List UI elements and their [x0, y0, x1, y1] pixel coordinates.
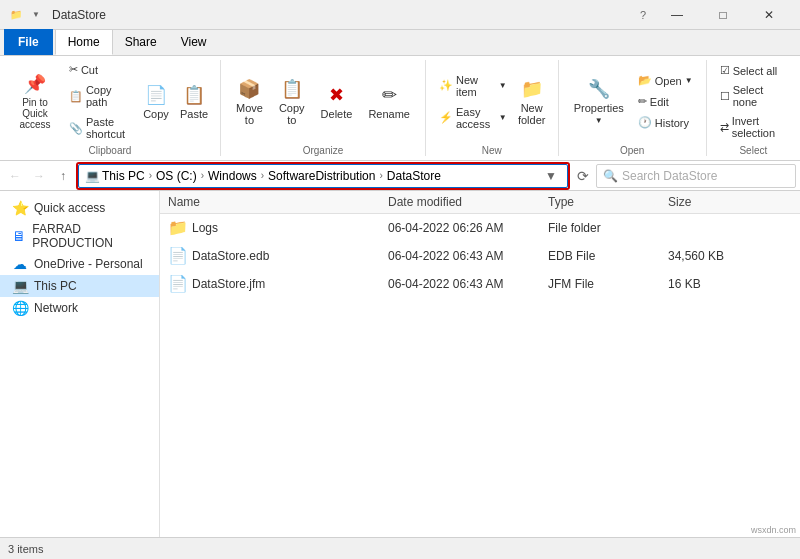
title-bar-title: DataStore	[52, 8, 640, 22]
col-header-date[interactable]: Date modified	[380, 193, 540, 211]
new-buttons: ✨ New item ▼ ⚡ Easy access ▼ 📁 New folde…	[434, 60, 550, 143]
file-size-jfm: 16 KB	[660, 276, 760, 292]
ribbon: 📌 Pin to Quick access ✂ Cut 📋 Copy path …	[0, 56, 800, 161]
address-path[interactable]: 💻 This PC › OS (C:) › Windows › Software…	[78, 164, 568, 188]
select-all-icon: ☑	[720, 64, 730, 77]
copy-paste-column: ✂ Cut 📋 Copy path 📎 Paste shortcut	[64, 60, 136, 143]
properties-icon: 🔧	[588, 78, 610, 100]
sidebar-item-onedrive[interactable]: ☁ OneDrive - Personal	[0, 253, 159, 275]
paste-button[interactable]: 📋 Paste	[176, 79, 212, 125]
tab-share[interactable]: Share	[113, 29, 169, 55]
search-placeholder: Search DataStore	[622, 169, 717, 183]
new-item-dropdown-icon[interactable]: ▼	[499, 81, 507, 90]
invert-selection-icon: ⇄	[720, 121, 729, 134]
maximize-button[interactable]: □	[700, 0, 746, 30]
search-box[interactable]: 🔍 Search DataStore	[596, 164, 796, 188]
close-button[interactable]: ✕	[746, 0, 792, 30]
jfm-icon: 📄	[168, 274, 188, 293]
minimize-button[interactable]: —	[654, 0, 700, 30]
file-row-datastore-edb[interactable]: 📄 DataStore.edb 06-04-2022 06:43 AM EDB …	[160, 242, 800, 270]
open-label: Open	[567, 143, 698, 156]
pin-to-quick-access-button[interactable]: 📌 Pin to Quick access	[8, 68, 62, 135]
tab-view[interactable]: View	[169, 29, 219, 55]
path-software-distribution[interactable]: SoftwareDistribution	[268, 169, 375, 183]
file-list: Name Date modified Type Size 📁 Logs 06-0…	[160, 191, 800, 559]
farrad-icon: 🖥	[12, 228, 26, 244]
forward-button[interactable]: →	[28, 165, 50, 187]
file-row-logs[interactable]: 📁 Logs 06-04-2022 06:26 AM File folder	[160, 214, 800, 242]
copy-button[interactable]: 📄 Copy	[138, 79, 174, 125]
edit-button[interactable]: ✏ Edit	[633, 92, 698, 111]
onedrive-icon: ☁	[12, 256, 28, 272]
invert-selection-button[interactable]: ⇄ Invert selection	[715, 112, 792, 142]
quick-access-down-icon[interactable]: ▼	[28, 7, 44, 23]
ribbon-group-clipboard: 📌 Pin to Quick access ✂ Cut 📋 Copy path …	[0, 60, 221, 156]
cut-icon: ✂	[69, 63, 78, 76]
properties-dropdown-icon[interactable]: ▼	[595, 116, 603, 125]
search-icon: 🔍	[603, 169, 618, 183]
move-icon: 📦	[238, 78, 260, 100]
copy-path-button[interactable]: 📋 Copy path	[64, 81, 136, 111]
file-date-jfm: 06-04-2022 06:43 AM	[380, 276, 540, 292]
col-header-type[interactable]: Type	[540, 193, 660, 211]
file-size-logs	[660, 227, 760, 229]
history-button[interactable]: 🕐 History	[633, 113, 698, 132]
sidebar-item-farrad[interactable]: 🖥 FARRAD PRODUCTION	[0, 219, 159, 253]
paste-icon: 📋	[183, 84, 205, 106]
path-dropdown-arrow[interactable]: ▼	[541, 169, 561, 183]
help-btn[interactable]: ?	[640, 9, 646, 21]
path-datastore[interactable]: DataStore	[387, 169, 441, 183]
cut-button[interactable]: ✂ Cut	[64, 60, 136, 79]
easy-access-icon: ⚡	[439, 111, 453, 124]
rename-icon: ✏	[382, 84, 397, 106]
folder-icon: 📁	[168, 218, 188, 237]
pin-icon: 📌	[24, 73, 46, 95]
open-icon: 📂	[638, 74, 652, 87]
main-content: ⭐ Quick access 🖥 FARRAD PRODUCTION ☁ One…	[0, 191, 800, 559]
path-chevron-1: ›	[149, 170, 152, 181]
file-row-datastore-jfm[interactable]: 📄 DataStore.jfm 06-04-2022 06:43 AM JFM …	[160, 270, 800, 298]
move-to-button[interactable]: 📦 Move to	[229, 73, 270, 131]
edb-icon: 📄	[168, 246, 188, 265]
path-os-c[interactable]: OS (C:)	[156, 169, 197, 183]
select-none-icon: ☐	[720, 90, 730, 103]
new-item-icon: ✨	[439, 79, 453, 92]
back-button[interactable]: ←	[4, 165, 26, 187]
history-icon: 🕐	[638, 116, 652, 129]
open-dropdown-icon[interactable]: ▼	[685, 76, 693, 85]
status-bar: 3 items	[0, 537, 800, 559]
tab-file[interactable]: File	[4, 29, 53, 55]
rename-button[interactable]: ✏ Rename	[361, 79, 417, 125]
paste-shortcut-button[interactable]: 📎 Paste shortcut	[64, 113, 136, 143]
sidebar-item-network[interactable]: 🌐 Network	[0, 297, 159, 319]
tab-home[interactable]: Home	[55, 29, 113, 55]
open-button[interactable]: 📂 Open ▼	[633, 71, 698, 90]
address-bar: ← → ↑ 💻 This PC › OS (C:) › Windows › So…	[0, 161, 800, 191]
properties-button[interactable]: 🔧 Properties ▼	[567, 73, 631, 130]
open-edit-column: 📂 Open ▼ ✏ Edit 🕐 History	[633, 71, 698, 132]
organize-label: Organize	[229, 143, 417, 156]
new-item-button[interactable]: ✨ New item ▼	[434, 71, 512, 101]
file-name-edb: 📄 DataStore.edb	[160, 245, 380, 266]
select-all-button[interactable]: ☑ Select all	[715, 61, 792, 80]
path-windows[interactable]: Windows	[208, 169, 257, 183]
easy-access-dropdown-icon[interactable]: ▼	[499, 113, 507, 122]
new-folder-button[interactable]: 📁 New folder	[514, 73, 550, 131]
select-none-button[interactable]: ☐ Select none	[715, 81, 792, 111]
delete-button[interactable]: ✖ Delete	[314, 79, 360, 125]
col-header-name[interactable]: Name	[160, 193, 380, 211]
organize-buttons: 📦 Move to 📋 Copy to ✖ Delete ✏ Rename	[229, 60, 417, 143]
sidebar-item-label: FARRAD PRODUCTION	[32, 222, 151, 250]
paste-shortcut-icon: 📎	[69, 122, 83, 135]
ribbon-group-open: 🔧 Properties ▼ 📂 Open ▼ ✏ Edit 🕐 History	[559, 60, 707, 156]
sidebar-item-label: Network	[34, 301, 78, 315]
col-header-size[interactable]: Size	[660, 193, 760, 211]
sidebar-item-this-pc[interactable]: 💻 This PC	[0, 275, 159, 297]
item-count: 3 items	[8, 543, 43, 555]
copy-to-button[interactable]: 📋 Copy to	[272, 73, 312, 131]
up-button[interactable]: ↑	[52, 165, 74, 187]
sidebar-item-quick-access[interactable]: ⭐ Quick access	[0, 197, 159, 219]
path-this-pc[interactable]: 💻 This PC	[85, 169, 145, 183]
refresh-button[interactable]: ⟳	[572, 165, 594, 187]
easy-access-button[interactable]: ⚡ Easy access ▼	[434, 103, 512, 133]
